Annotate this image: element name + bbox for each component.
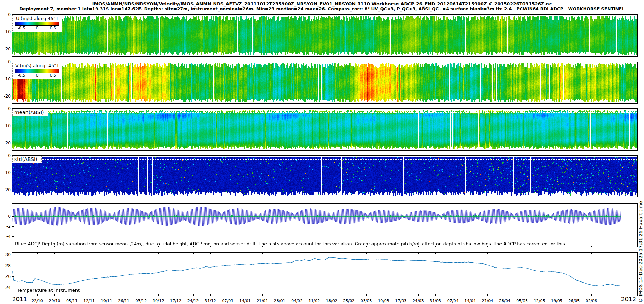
x-tick-label: 19/11 (97, 299, 116, 303)
y-tick-label: -20 (0, 187, 11, 192)
y-tick-label: -10 (0, 123, 11, 128)
y-tick-label: 30 (0, 252, 11, 257)
x-tick-label: 04/02 (287, 299, 307, 303)
colorbar-tick-label: 0.5 (50, 73, 56, 78)
x-tick-label: 14/04 (460, 299, 480, 303)
y-tick-label: -20 (0, 141, 11, 146)
year-2011-label: 2011 (12, 296, 27, 303)
y-tick-label: -4 (0, 234, 11, 239)
x-tick-label: 05/05 (512, 299, 532, 303)
v-legend-title: V (m/s) along -45°T (13, 63, 62, 68)
x-tick-label: 28/01 (270, 299, 289, 303)
v-velocity-heatmap (12, 62, 637, 103)
y-tick-label: 0 (0, 106, 11, 111)
figure-subtitle: Deployment 7, member 1 lat=19.31S lon=14… (0, 6, 644, 11)
x-tick-label: 11/02 (304, 299, 324, 303)
x-tick-label: 17/03 (391, 299, 410, 303)
x-tick-label: 31/12 (201, 299, 220, 303)
x-tick-label: 28/04 (495, 299, 514, 303)
y-tick-label: 26 (0, 274, 11, 279)
colorbar-tick-label: 0 (36, 26, 39, 30)
v-colorbar-ticks: -0.5 0 0.5 (13, 73, 62, 78)
panel-std-absi: std(ABSI) (12, 155, 638, 197)
x-tick-label: 02/06 (582, 299, 601, 303)
colorbar-tick-label: -0.5 (18, 73, 25, 78)
x-tick-label: 25/02 (339, 299, 358, 303)
x-tick-label: 22/10 (28, 299, 47, 303)
y-tick-label: 28 (0, 263, 11, 268)
x-tick-label: 18/02 (322, 299, 341, 303)
jet-colorbar (15, 69, 59, 73)
panel-depth-variation: Blue: ADCP Depth (m) variation from sens… (12, 203, 638, 247)
std-absi-label: std(ABSI) (12, 156, 42, 163)
panel-v-velocity: V (m/s) along -45°T -0.5 0 0.5 (12, 62, 638, 104)
adcp-deployment-figure: IMOS/ANMN/NRS/NRSYON/Velocity/IMOS_ANMN-… (0, 0, 644, 304)
y-tick-label: 0 (0, 12, 11, 17)
u-colorbar-ticks: -0.5 0 0.5 (13, 26, 62, 31)
y-tick-label: 24 (0, 285, 11, 290)
x-tick-label: 12/11 (79, 299, 99, 303)
temperature-plot (12, 253, 637, 296)
x-tick-label: 21/04 (478, 299, 497, 303)
x-tick-label: 03/12 (131, 299, 151, 303)
y-tick-label: -10 (0, 29, 11, 34)
u-colorbar-legend: U (m/s) along 45°T -0.5 0 0.5 (12, 15, 62, 32)
y-tick-label: -10 (0, 170, 11, 175)
x-tick-label: 10/03 (374, 299, 393, 303)
x-tick-label: 26/11 (114, 299, 133, 303)
y-tick-label: -10 (0, 77, 11, 82)
x-tick-label: 12/05 (530, 299, 549, 303)
figure-title: IMOS/ANMN/NRS/NRSYON/Velocity/IMOS_ANMN-… (0, 1, 644, 6)
v-colorbar-legend: V (m/s) along -45°T -0.5 0 0.5 (12, 62, 62, 79)
u-velocity-heatmap (12, 15, 637, 56)
y-tick-label: -2 (0, 224, 11, 229)
x-tick-label: 29/10 (45, 299, 64, 303)
panel-mean-absi: mean(ABSI) (12, 108, 638, 151)
x-tick-label: 07/04 (443, 299, 463, 303)
u-legend-title: U (m/s) along 45°T (13, 16, 62, 21)
x-tick-label: 07/01 (218, 299, 237, 303)
x-tick-label: 21/01 (253, 299, 272, 303)
year-2012-label: 2012 (621, 296, 636, 303)
y-tick-label: 0 (0, 59, 11, 64)
x-tick-label: 03/03 (357, 299, 376, 303)
x-tick-label: 17/12 (166, 299, 185, 303)
x-tick-label: 31/03 (426, 299, 445, 303)
temperature-label: Temperature at instrument (17, 288, 80, 293)
y-tick-label: 0 (0, 214, 11, 219)
y-tick-label: 0 (0, 153, 11, 158)
colorbar-tick-label: 0.5 (50, 26, 56, 30)
x-tick-label: 24/12 (184, 299, 203, 303)
y-tick-label: -20 (0, 46, 11, 52)
depth-variation-plot (12, 204, 637, 247)
mean-absi-label: mean(ABSI) (12, 109, 48, 116)
colorbar-tick-label: -0.5 (18, 26, 25, 30)
panel-temperature: Temperature at instrument (12, 252, 638, 296)
jet-colorbar (15, 22, 59, 26)
imos-watermark: © IMOS 14-Dec-2025 17:31:25 Hobart time (638, 201, 643, 303)
panel-u-velocity: U (m/s) along 45°T -0.5 0 0.5 (12, 14, 638, 57)
x-tick-label: 24/03 (409, 299, 428, 303)
colorbar-tick-label: 0 (36, 73, 39, 78)
y-tick-label: -20 (0, 94, 11, 99)
x-tick-label: 05/11 (62, 299, 82, 303)
depth-annotation: Blue: ADCP Depth (m) variation from sens… (15, 241, 566, 246)
x-tick-label: 10/12 (149, 299, 168, 303)
mean-absi-heatmap (12, 109, 637, 150)
x-tick-label: 26/05 (564, 299, 584, 303)
x-tick-label: 19/05 (547, 299, 566, 303)
x-tick-label: 14/01 (235, 299, 255, 303)
std-absi-heatmap (12, 156, 637, 197)
